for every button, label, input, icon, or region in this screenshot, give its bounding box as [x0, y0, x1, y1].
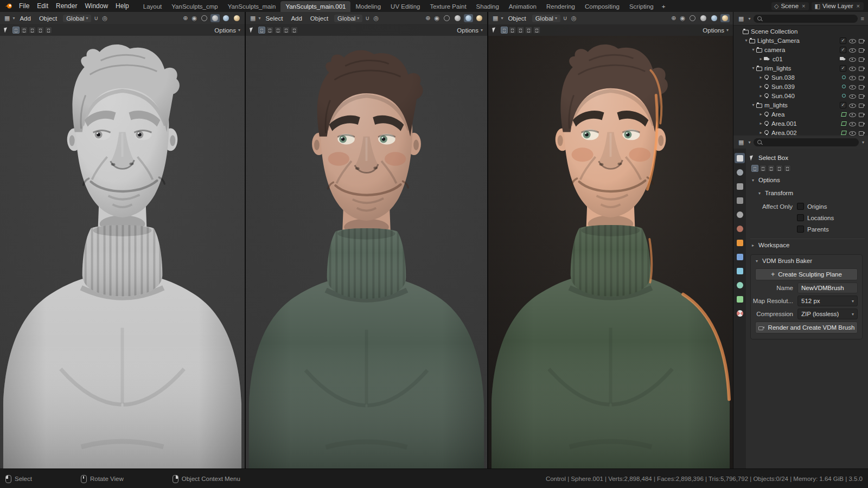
gizmo-icon[interactable]: ⊕	[670, 15, 677, 22]
tab-view-layer[interactable]	[735, 195, 745, 206]
outliner-search-input[interactable]	[754, 15, 857, 23]
gizmo-icon[interactable]: ⊕	[182, 15, 189, 22]
transform-orientation-dropdown[interactable]: Global ▾	[532, 15, 560, 22]
tab-uv-editing[interactable]: UV Editing	[386, 1, 425, 12]
tab-rendering[interactable]: Rendering	[541, 1, 580, 12]
options-dropdown[interactable]: Options ▾	[457, 27, 483, 34]
create-sculpting-plane-button[interactable]: + Create Sculpting Plane	[755, 268, 858, 280]
tab-material[interactable]	[735, 308, 745, 318]
disable-in-render-icon[interactable]	[859, 66, 865, 70]
tab-modeling[interactable]: Modeling	[350, 1, 386, 12]
shading-solid-icon[interactable]	[210, 14, 220, 22]
snap-magnet-icon[interactable]: ∪	[93, 15, 99, 22]
disclosure-closed-icon[interactable]: ▸	[758, 93, 764, 98]
options-dropdown[interactable]: Options ▾	[214, 27, 240, 34]
tab-particles[interactable]	[735, 266, 745, 276]
tab-yansculpts-main[interactable]: YanSculpts_main	[223, 1, 281, 12]
menu-file[interactable]: File	[15, 1, 33, 11]
snap-magnet-icon[interactable]: ∪	[364, 15, 371, 22]
disclosure-closed-icon[interactable]: ▸	[758, 56, 764, 61]
select-mode-invert[interactable]	[283, 27, 290, 34]
menu-object[interactable]: Object	[36, 14, 60, 23]
select-mode-new[interactable]	[12, 27, 20, 34]
scene-selector[interactable]: ◇ Scene ×	[771, 2, 809, 10]
transform-panel-header[interactable]: ▾ Transform	[750, 187, 865, 199]
menu-window[interactable]: Window	[81, 1, 112, 11]
menu-select[interactable]: Select	[262, 14, 286, 23]
outliner-row-lights-camera[interactable]: ▾ Lights_Camera ✓	[733, 36, 868, 45]
proportional-edit-icon[interactable]: ◎	[101, 15, 108, 22]
select-mode-extend[interactable]	[266, 27, 273, 34]
locations-checkbox[interactable]: Locations	[797, 214, 861, 221]
vdm-panel-header[interactable]: ▾ VDM Brush Baker	[751, 255, 862, 267]
hide-eye-icon[interactable]	[849, 112, 856, 117]
outliner-row-area-001[interactable]: ▸ Area.001	[733, 119, 868, 128]
tab-yansculpts-cmp[interactable]: YanSculpts_cmp	[167, 1, 222, 12]
blender-logo-icon[interactable]	[4, 2, 13, 10]
outliner-row-sun-039[interactable]: ▸ Sun.039	[733, 82, 868, 91]
disclosure-open-icon[interactable]: ▾	[750, 102, 756, 107]
editor-type-icon[interactable]: ▦	[737, 15, 745, 22]
collection-checkbox[interactable]: ✓	[840, 37, 846, 44]
tab-object[interactable]	[735, 237, 745, 248]
tab-modifiers[interactable]	[735, 252, 745, 262]
scene-unlink-icon[interactable]: ×	[801, 3, 806, 9]
collection-checkbox[interactable]: ✓	[840, 65, 846, 72]
outliner-row-m-lights[interactable]: ▾ m_lights ✓	[733, 100, 868, 110]
viewport-solid[interactable]: ▦ ▾ Add Object Global ▾ ∪ ◎ ⊕ ◉	[0, 12, 246, 468]
snap-magnet-icon[interactable]: ∪	[562, 15, 569, 22]
checkbox-box[interactable]	[797, 214, 804, 221]
select-mode-subtract[interactable]	[275, 27, 282, 34]
select-mode-intersect[interactable]	[45, 27, 52, 34]
viewport-material-preview[interactable]: ▦ ▾ Select Add Object Global ▾ ∪ ◎ ⊕ ◉	[246, 12, 488, 468]
hide-eye-icon[interactable]	[849, 56, 856, 62]
disable-in-render-icon[interactable]	[859, 38, 865, 43]
active-tool-row[interactable]: Select Box	[750, 152, 865, 164]
disable-in-render-icon[interactable]	[859, 47, 865, 52]
hide-eye-icon[interactable]	[849, 66, 856, 71]
tab-compositing[interactable]: Compositing	[580, 1, 624, 12]
tab-render[interactable]	[735, 167, 745, 177]
tab-animation[interactable]: Animation	[504, 1, 541, 12]
shading-solid-icon[interactable]	[699, 14, 708, 22]
disable-in-render-icon[interactable]	[859, 84, 865, 89]
disclosure-closed-icon[interactable]: ▸	[758, 112, 764, 117]
properties-search-input[interactable]	[754, 138, 859, 146]
shading-wireframe-icon[interactable]	[442, 14, 451, 22]
proportional-edit-icon[interactable]: ◎	[570, 15, 578, 22]
workspace-panel-header[interactable]: ▸ Workspace	[750, 239, 865, 251]
disable-in-render-icon[interactable]	[859, 130, 865, 135]
select-mode-intersect[interactable]	[291, 27, 298, 34]
tab-tool[interactable]	[735, 153, 745, 163]
select-mode-subtract[interactable]	[29, 27, 36, 34]
tab-object-data[interactable]	[735, 294, 745, 304]
hide-eye-icon[interactable]	[849, 102, 856, 108]
overlays-icon[interactable]: ◉	[190, 15, 198, 22]
tab-yansculpts-main-001[interactable]: YanSculpts_main.001	[280, 1, 350, 12]
tab-scene[interactable]	[735, 209, 745, 220]
hide-eye-icon[interactable]	[849, 38, 856, 43]
transform-orientation-dropdown[interactable]: Global ▾	[334, 15, 362, 22]
disclosure-open-icon[interactable]: ▾	[750, 66, 756, 70]
brush-name-input[interactable]: NewVDMBrush	[797, 282, 858, 293]
tab-texture-paint[interactable]: Texture Paint	[425, 1, 471, 12]
editor-type-icon[interactable]: ▦	[492, 15, 499, 22]
disable-in-render-icon[interactable]	[859, 121, 865, 126]
outliner-row-c01[interactable]: ▸ c01	[733, 54, 868, 63]
disable-in-render-icon[interactable]	[859, 56, 865, 61]
menu-render[interactable]: Render	[52, 1, 81, 11]
view-layer-selector[interactable]: ◧ View Layer ×	[812, 2, 864, 10]
shading-material-icon[interactable]	[221, 14, 231, 22]
shading-rendered-icon[interactable]	[720, 14, 730, 22]
hide-eye-icon[interactable]	[849, 75, 856, 80]
select-mode-intersect[interactable]	[533, 27, 540, 34]
select-mode-subtract[interactable]	[768, 165, 775, 172]
add-workspace-button[interactable]: +	[659, 1, 669, 12]
tab-scripting[interactable]: Scripting	[624, 1, 659, 12]
select-mode-extend[interactable]	[509, 27, 516, 34]
hide-eye-icon[interactable]	[849, 84, 856, 89]
tab-physics[interactable]	[735, 280, 745, 290]
outliner-row-rim-lights[interactable]: ▾ rim_lights ✓	[733, 63, 868, 73]
hide-eye-icon[interactable]	[849, 93, 856, 99]
overlays-icon[interactable]: ◉	[433, 15, 441, 22]
